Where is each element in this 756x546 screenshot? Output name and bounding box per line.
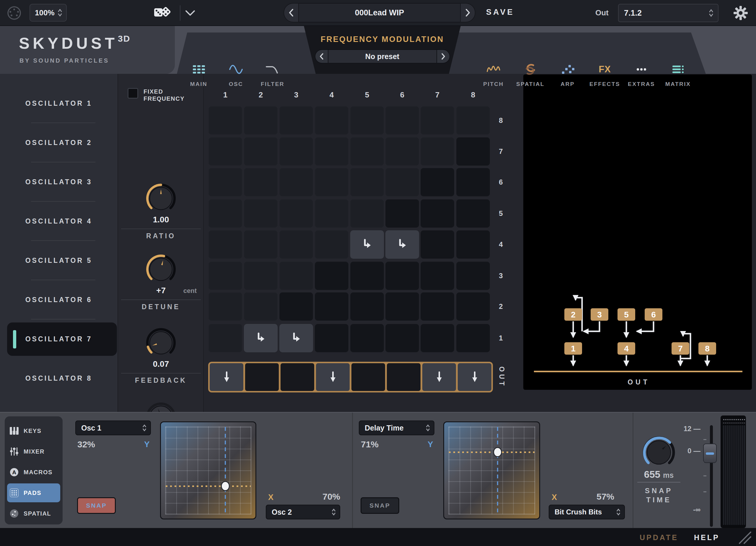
matrix-cell-r4-c5[interactable] [350, 230, 384, 259]
matrix-cell-r3-c8[interactable] [456, 262, 490, 290]
matrix-cell-r3-c2[interactable] [244, 262, 278, 290]
matrix-out-cell-1[interactable] [210, 363, 243, 391]
matrix-cell-r6-c4[interactable] [315, 168, 348, 196]
matrix-cell-r2-c7[interactable] [421, 292, 454, 321]
bottom-nav-keys[interactable]: KEYS [5, 420, 63, 441]
matrix-cell-r5-c2[interactable] [244, 199, 278, 228]
matrix-cell-r6-c2[interactable] [244, 168, 278, 196]
matrix-cell-r7-c1[interactable] [208, 137, 242, 166]
matrix-cell-r6-c8[interactable] [456, 168, 490, 196]
matrix-out-cell-7[interactable] [422, 363, 456, 391]
matrix-cell-r1-c8[interactable] [456, 324, 490, 352]
save-button[interactable]: SAVE [486, 8, 514, 17]
matrix-cell-r2-c1[interactable] [208, 292, 242, 321]
output-format-select[interactable]: 7.1.2 [618, 4, 718, 22]
preset-prev-button[interactable] [283, 3, 299, 22]
matrix-cell-r4-c8[interactable] [456, 230, 490, 259]
matrix-cell-r6-c1[interactable] [208, 168, 242, 196]
preset-next-button[interactable] [460, 3, 475, 22]
matrix-cell-r7-c2[interactable] [244, 137, 278, 166]
sidebar-item-oscillator-2[interactable]: OSCILLATOR 2 [0, 123, 118, 162]
matrix-cell-r2-c2[interactable] [244, 292, 278, 321]
matrix-cell-r6-c7[interactable] [421, 168, 454, 196]
matrix-cell-r7-c4[interactable] [315, 137, 348, 166]
matrix-cell-r2-c6[interactable] [385, 292, 419, 321]
matrix-cell-r2-c3[interactable] [279, 292, 313, 321]
matrix-cell-r8-c1[interactable] [208, 106, 242, 135]
matrix-out-cell-3[interactable] [281, 363, 314, 391]
tab-filter[interactable]: FILTER [250, 58, 295, 100]
matrix-cell-r7-c6[interactable] [385, 137, 419, 166]
pad2-y-param-select[interactable]: Delay Time [359, 420, 434, 435]
dice-randomize-icon[interactable] [154, 5, 173, 21]
matrix-cell-r5-c4[interactable] [315, 199, 348, 228]
tab-matrix[interactable]: MATRIX [656, 58, 700, 100]
matrix-cell-r1-c5[interactable] [350, 324, 384, 352]
pad2-xy-pad[interactable] [443, 421, 540, 519]
matrix-out-cell-2[interactable] [245, 363, 279, 391]
matrix-cell-r7-c8[interactable] [456, 137, 490, 166]
matrix-cell-r8-c4[interactable] [315, 106, 348, 135]
matrix-cell-r2-c5[interactable] [350, 292, 384, 321]
fm-preset-prev-button[interactable] [315, 49, 328, 63]
matrix-cell-r7-c5[interactable] [350, 137, 384, 166]
sidebar-item-oscillator-8[interactable]: OSCILLATOR 8 [0, 359, 118, 398]
matrix-out-cell-8[interactable] [458, 363, 491, 391]
fixed-frequency-checkbox[interactable] [128, 88, 138, 99]
pad1-xy-pad[interactable] [160, 421, 256, 519]
matrix-cell-r6-c6[interactable] [385, 168, 419, 196]
snap-time-knob[interactable] [641, 435, 677, 470]
matrix-cell-r4-c4[interactable] [315, 230, 348, 259]
matrix-cell-r7-c7[interactable] [421, 137, 454, 166]
matrix-cell-r8-c8[interactable] [456, 106, 490, 135]
sidebar-item-oscillator-6[interactable]: OSCILLATOR 6 [0, 280, 118, 320]
matrix-cell-r8-c5[interactable] [350, 106, 384, 135]
matrix-cell-r4-c1[interactable] [208, 230, 242, 259]
output-fader-track[interactable] [710, 425, 713, 527]
ratio-knob[interactable] [145, 182, 177, 214]
matrix-cell-r4-c7[interactable] [421, 230, 454, 259]
matrix-cell-r3-c3[interactable] [279, 262, 313, 290]
sidebar-item-oscillator-4[interactable]: OSCILLATOR 4 [0, 202, 118, 241]
matrix-cell-r5-c6[interactable] [385, 199, 419, 228]
matrix-cell-r2-c8[interactable] [456, 292, 490, 321]
matrix-out-cell-4[interactable] [316, 363, 350, 391]
feedback-knob[interactable] [145, 327, 177, 359]
help-button[interactable]: HELP [694, 533, 720, 542]
tab-frequency-modulation-selected[interactable]: FREQUENCY MODULATION No preset [304, 26, 461, 74]
sidebar-item-oscillator-3[interactable]: OSCILLATOR 3 [0, 162, 118, 202]
sidebar-item-oscillator-1[interactable]: OSCILLATOR 1 [0, 84, 118, 123]
matrix-cell-r1-c3[interactable] [279, 324, 313, 352]
sidebar-item-oscillator-5[interactable]: OSCILLATOR 5 [0, 241, 118, 280]
matrix-cell-r1-c2[interactable] [244, 324, 278, 352]
matrix-cell-r8-c7[interactable] [421, 106, 454, 135]
matrix-cell-r3-c4[interactable] [315, 262, 348, 290]
matrix-cell-r3-c6[interactable] [385, 262, 419, 290]
matrix-cell-r4-c3[interactable] [279, 230, 313, 259]
matrix-cell-r5-c7[interactable] [421, 199, 454, 228]
matrix-cell-r4-c2[interactable] [244, 230, 278, 259]
update-button[interactable]: UPDATE [640, 533, 678, 542]
fm-preset-next-button[interactable] [436, 49, 450, 63]
sidebar-item-oscillator-7[interactable]: OSCILLATOR 7 [0, 320, 118, 359]
bottom-nav-pads[interactable]: PADS [5, 483, 63, 503]
matrix-cell-r1-c6[interactable] [385, 324, 419, 352]
matrix-out-cell-5[interactable] [351, 363, 385, 391]
matrix-cell-r7-c3[interactable] [279, 137, 313, 166]
matrix-cell-r1-c7[interactable] [421, 324, 454, 352]
pad2-x-param-select[interactable]: Bit Crush Bits [549, 505, 625, 519]
matrix-cell-r8-c2[interactable] [244, 106, 278, 135]
matrix-out-cell-6[interactable] [387, 363, 421, 391]
matrix-cell-r1-c1[interactable] [208, 324, 242, 352]
fm-preset-field[interactable]: No preset [328, 49, 436, 63]
bottom-nav-spatial[interactable]: SPATIAL [5, 503, 63, 524]
resize-handle-icon[interactable] [737, 530, 752, 545]
matrix-cell-r6-c5[interactable] [350, 168, 384, 196]
pad2-snap-button[interactable]: SNAP [361, 497, 399, 514]
midi-icon[interactable] [6, 5, 22, 21]
matrix-cell-r8-c6[interactable] [385, 106, 419, 135]
matrix-cell-r6-c3[interactable] [279, 168, 313, 196]
detune-knob[interactable] [145, 253, 177, 285]
bottom-nav-macros[interactable]: AMACROS [5, 462, 63, 483]
bottom-nav-mixer[interactable]: MIXER [5, 441, 63, 462]
